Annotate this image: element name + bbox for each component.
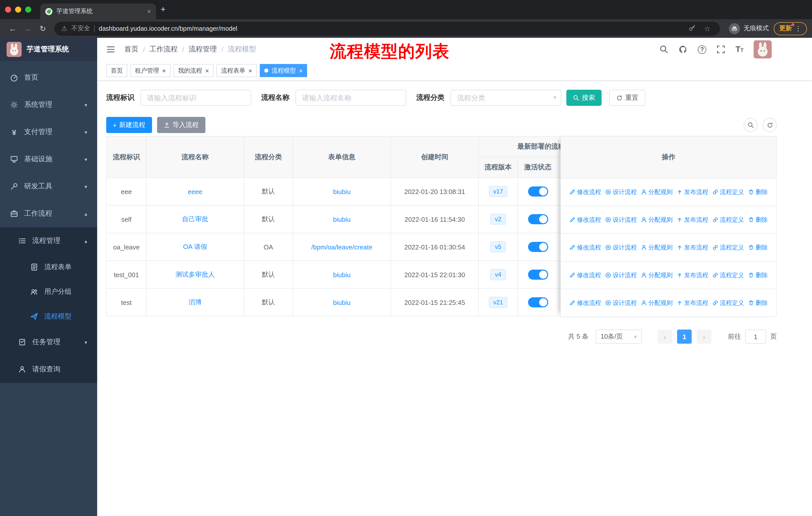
active-toggle[interactable] — [528, 242, 548, 252]
breadcrumb-process-mgmt[interactable]: 流程管理 — [189, 45, 217, 54]
process-definition-link[interactable]: 流程定义 — [712, 243, 744, 252]
active-toggle[interactable] — [528, 270, 548, 280]
tag-process-model[interactable]: 流程模型× — [260, 64, 307, 77]
delete-link[interactable]: 删除 — [748, 299, 768, 307]
prev-page-button[interactable]: ‹ — [658, 330, 672, 344]
user-avatar[interactable] — [754, 40, 772, 58]
sidebar-item-devtools[interactable]: 研发工具 ▾ — [0, 173, 97, 200]
sidebar-item-payment[interactable]: ¥ 支付管理 ▾ — [0, 118, 97, 146]
design-process-link[interactable]: 设计流程 — [605, 215, 637, 224]
publish-process-link[interactable]: 发布流程 — [676, 299, 708, 307]
form-info-link[interactable]: biubiu — [333, 271, 350, 278]
tag-tenant-mgmt[interactable]: 租户管理× — [130, 64, 170, 77]
process-name-link[interactable]: 滔博 — [188, 298, 202, 306]
active-toggle[interactable] — [528, 297, 548, 307]
form-info-link[interactable]: biubiu — [333, 188, 350, 195]
fullscreen-icon[interactable] — [716, 45, 725, 54]
app-logo[interactable]: 芋道管理系统 — [0, 38, 97, 61]
process-name-link[interactable]: 自己审批 — [182, 215, 208, 223]
process-name-link[interactable]: OA 请假 — [183, 243, 207, 250]
publish-process-link[interactable]: 发布流程 — [676, 271, 708, 279]
sidebar-item-user-group[interactable]: 用户分组 — [0, 279, 97, 304]
design-process-link[interactable]: 设计流程 — [605, 188, 637, 196]
reset-button[interactable]: 重置 — [609, 90, 645, 106]
goto-page-input[interactable] — [745, 330, 766, 344]
process-name-input[interactable] — [295, 90, 406, 106]
sidebar-item-process-form[interactable]: 流程表单 — [0, 254, 97, 279]
close-icon[interactable]: × — [205, 67, 209, 74]
close-icon[interactable]: × — [299, 67, 303, 74]
sidebar-item-infrastructure[interactable]: 基础设施 ▾ — [0, 146, 97, 173]
process-definition-link[interactable]: 流程定义 — [712, 188, 744, 196]
back-icon[interactable]: ← — [5, 24, 20, 33]
breadcrumb-home[interactable]: 首页 — [124, 45, 139, 54]
hamburger-icon[interactable] — [105, 45, 116, 54]
form-info-link[interactable]: biubiu — [333, 215, 350, 223]
assign-rule-link[interactable]: 分配规则 — [641, 271, 672, 279]
sidebar-item-workflow[interactable]: 工作流程 ▴ — [0, 200, 97, 227]
current-page-button[interactable]: 1 — [677, 330, 692, 344]
tag-my-process[interactable]: 我的流程× — [173, 64, 213, 77]
browser-tab[interactable]: 芋道管理系统 × — [40, 3, 156, 19]
import-process-button[interactable]: 导入流程 — [157, 117, 205, 133]
refresh-table-button[interactable] — [763, 118, 777, 132]
process-category-select[interactable] — [451, 90, 561, 106]
update-button[interactable]: 更新 ⋮ — [774, 22, 807, 35]
minimize-window-button[interactable] — [15, 6, 21, 12]
github-icon[interactable] — [678, 45, 688, 54]
reload-icon[interactable]: ↻ — [35, 24, 50, 33]
design-process-link[interactable]: 设计流程 — [605, 299, 637, 307]
search-icon[interactable] — [660, 45, 669, 54]
assign-rule-link[interactable]: 分配规则 — [641, 188, 672, 196]
kebab-menu-icon[interactable]: ⋮ — [795, 25, 802, 32]
publish-process-link[interactable]: 发布流程 — [676, 188, 708, 196]
next-page-button[interactable]: › — [697, 330, 711, 344]
publish-process-link[interactable]: 发布流程 — [676, 215, 708, 224]
new-tab-button[interactable]: + — [156, 4, 170, 15]
process-definition-link[interactable]: 流程定义 — [712, 271, 744, 279]
active-toggle[interactable] — [528, 186, 548, 196]
tag-home[interactable]: 首页 — [106, 64, 127, 77]
delete-link[interactable]: 删除 — [748, 243, 768, 252]
modify-process-link[interactable]: 修改流程 — [569, 243, 601, 252]
delete-link[interactable]: 删除 — [748, 271, 768, 279]
design-process-link[interactable]: 设计流程 — [605, 271, 637, 279]
modify-process-link[interactable]: 修改流程 — [569, 271, 601, 279]
close-window-button[interactable] — [5, 6, 11, 12]
close-icon[interactable]: × — [147, 7, 151, 15]
modify-process-link[interactable]: 修改流程 — [569, 299, 601, 307]
sidebar-item-home[interactable]: 首页 — [0, 64, 97, 91]
process-definition-link[interactable]: 流程定义 — [712, 215, 744, 224]
show-search-button[interactable] — [744, 118, 758, 132]
address-bar[interactable]: ⚠ 不安全 dashboard.yudao.iocoder.cn/bpm/man… — [54, 21, 720, 35]
tag-process-form[interactable]: 流程表单× — [216, 64, 257, 77]
page-size-select[interactable]: 10条/页 ▾ — [596, 330, 642, 344]
close-icon[interactable]: × — [248, 67, 252, 74]
help-icon[interactable]: ? — [698, 45, 706, 54]
assign-rule-link[interactable]: 分配规则 — [641, 215, 672, 224]
sidebar-item-system[interactable]: 系统管理 ▾ — [0, 91, 97, 118]
publish-process-link[interactable]: 发布流程 — [676, 243, 708, 252]
assign-rule-link[interactable]: 分配规则 — [641, 243, 672, 252]
modify-process-link[interactable]: 修改流程 — [569, 188, 601, 196]
sidebar-item-process-mgmt[interactable]: 流程管理 ▴ — [0, 227, 97, 254]
delete-link[interactable]: 删除 — [748, 215, 768, 224]
star-icon[interactable]: ☆ — [702, 24, 713, 32]
close-icon[interactable]: × — [162, 67, 166, 74]
sidebar-item-leave-query[interactable]: 请假查询 — [0, 356, 97, 383]
forward-icon[interactable]: → — [20, 24, 35, 33]
modify-process-link[interactable]: 修改流程 — [569, 215, 601, 224]
form-info-link[interactable]: biubiu — [333, 299, 350, 306]
process-name-link[interactable]: eeee — [188, 188, 202, 195]
font-size-icon[interactable]: TT — [735, 45, 744, 54]
sidebar-item-task-mgmt[interactable]: 任务管理 ▾ — [0, 329, 97, 356]
active-toggle[interactable] — [528, 214, 548, 224]
assign-rule-link[interactable]: 分配规则 — [641, 299, 672, 307]
sidebar-item-process-model[interactable]: 流程模型 — [0, 304, 97, 329]
zoom-window-button[interactable] — [25, 6, 31, 12]
delete-link[interactable]: 删除 — [748, 188, 768, 196]
process-definition-link[interactable]: 流程定义 — [712, 299, 744, 307]
create-process-button[interactable]: + 新建流程 — [106, 117, 152, 133]
key-icon[interactable] — [687, 24, 698, 33]
form-info-link[interactable]: /bpm/oa/leave/create — [311, 243, 373, 251]
